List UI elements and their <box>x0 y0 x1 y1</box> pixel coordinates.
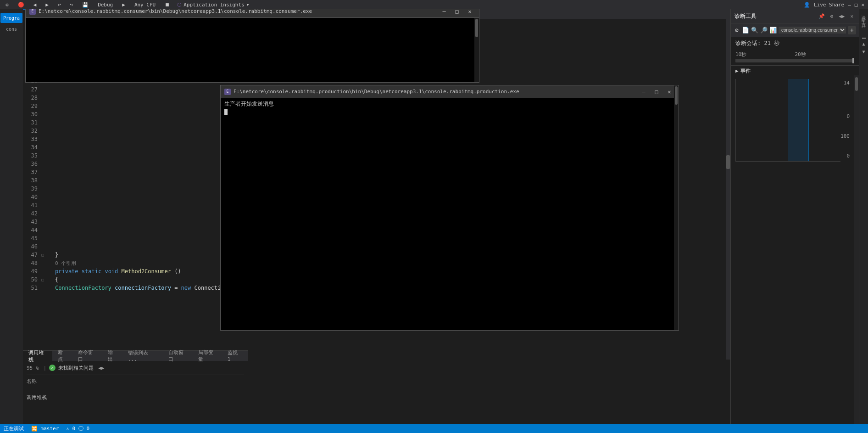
console1-scrollbar-thumb <box>475 19 478 37</box>
forward-btn[interactable]: ▶ <box>44 1 50 8</box>
diag-chart <box>735 79 840 162</box>
console-icon-2: E <box>224 89 231 95</box>
tab-watch-label: 监视 1 <box>228 349 242 362</box>
diag-num-100: 100 <box>840 133 850 139</box>
stack-header-label: 名称 <box>27 378 37 384</box>
console-window-1[interactable]: E E:\netcore\console.rabbitmq.consumer\b… <box>25 5 479 83</box>
diag-content: 14 0 100 0 <box>731 75 859 433</box>
diag-session-row: 诊断会话: 21 秒 <box>731 37 859 50</box>
diag-chart-icon[interactable]: 📊 <box>769 26 777 35</box>
right-edge-panel: 诊 断 工 具 ▲ ▼ <box>859 9 868 433</box>
console-body-1 <box>26 18 479 82</box>
undo-btn[interactable]: ↩ <box>56 1 63 8</box>
console-line-2 <box>224 109 675 115</box>
diag-num-0a: 0 <box>840 113 850 119</box>
minimize-btn-2[interactable]: — <box>638 88 649 96</box>
diag-close-btn[interactable]: ✕ <box>848 12 855 20</box>
diag-num-14: 14 <box>840 80 850 86</box>
diag-zoom-in-icon[interactable]: 🔍 <box>751 26 758 35</box>
console-window-2[interactable]: E E:\netcore\console.rabbitmq.production… <box>220 85 679 331</box>
timeline-thumb[interactable] <box>852 58 854 63</box>
left-sidebar: Progra cons <box>0 9 23 433</box>
save-btn[interactable]: 💾 <box>80 1 90 8</box>
diag-process-select[interactable]: console.rabbitmq.consumer <box>779 27 846 34</box>
app-insights-dropdown[interactable]: ▾ <box>246 2 250 8</box>
tab-call-stack[interactable]: 调用堆栈 <box>23 351 52 361</box>
tab-watch[interactable]: 监视 1 <box>222 351 248 361</box>
zoom-label: 95 % <box>27 365 39 371</box>
status-ok-icon: ✓ <box>49 365 56 371</box>
live-share-label[interactable]: Live Share <box>814 2 844 8</box>
tab-output[interactable]: 输出 <box>102 351 122 361</box>
toolbar-right: 👤 Live Share — □ ✕ <box>804 2 864 8</box>
diag-collapse-btn[interactable]: ◀▶ <box>837 12 846 20</box>
chart-cursor <box>808 79 809 161</box>
right-panel: 诊断工具 📌 ⚙ ◀▶ ✕ ⚙ 📄 🔍 🔎 📊 console.rabbitmq… <box>730 9 859 433</box>
edge-separator <box>862 38 866 39</box>
diag-header-controls: 📌 ⚙ ◀▶ ✕ <box>817 12 856 20</box>
chart-selection <box>788 79 809 161</box>
vs-icon[interactable]: ⚙ <box>4 1 11 8</box>
nav-icon[interactable]: ◀▶ <box>98 365 104 371</box>
diag-settings-icon[interactable]: ⚙ <box>734 26 740 35</box>
close-btn-2[interactable]: ✕ <box>664 88 675 96</box>
config-label[interactable]: Any CPU <box>133 1 157 8</box>
diag-add-btn[interactable]: + <box>848 26 856 34</box>
run-btn[interactable]: ▶ <box>120 1 127 8</box>
console-icon-label-2: E <box>227 90 229 94</box>
console-body-2: 生产者开始发送消息 <box>221 98 679 330</box>
status-errors: ⚠ 0 ⓘ 0 <box>62 425 93 432</box>
console-titlebar-2: E E:\netcore\console.rabbitmq.production… <box>221 85 679 98</box>
edge-label-4[interactable]: 具 <box>860 19 867 21</box>
status-branch: 🔀 master <box>28 426 62 432</box>
edge-label-3[interactable]: 工 <box>860 17 867 18</box>
stack-header-row: 名称 <box>27 375 244 385</box>
diag-title: 诊断工具 <box>734 12 757 20</box>
console1-scrollbar[interactable] <box>474 18 479 82</box>
sidebar-cons[interactable]: cons <box>5 26 18 33</box>
diag-chart-area: 14 0 100 0 <box>731 75 859 165</box>
redo-btn[interactable]: ↪ <box>68 1 75 8</box>
tab-breakpoints[interactable]: 断点 <box>52 351 72 361</box>
diag-pin-btn[interactable]: 📌 <box>817 12 827 20</box>
edge-label-1[interactable]: 诊 <box>860 11 867 13</box>
edge-collapse-up[interactable]: ▲ <box>861 40 867 47</box>
restore-btn-2[interactable]: □ <box>651 88 662 96</box>
tab-errors-label: 错误列表 ... <box>128 349 158 362</box>
app-insights-menu[interactable]: ⬡ Application Insights ▾ <box>177 2 249 8</box>
events-section-label: ▶ 事件 <box>731 65 859 75</box>
edge-label-2[interactable]: 断 <box>860 14 867 16</box>
stop-btn[interactable]: ⏹ <box>163 1 172 8</box>
edge-collapse-down[interactable]: ▼ <box>861 48 867 55</box>
timeline-bar[interactable] <box>735 59 854 62</box>
app-insights-label: Application Insights <box>184 2 244 8</box>
tab-auto[interactable]: 自动窗口 <box>163 351 192 361</box>
diag-zoom-out-icon[interactable]: 🔎 <box>760 26 768 35</box>
tab-errors[interactable]: 错误列表 ... <box>122 351 163 361</box>
diag-session-label: 诊断会话: 21 秒 <box>735 39 779 47</box>
console-icon-label-1: E <box>32 9 34 13</box>
debug-label[interactable]: Debug <box>96 1 115 8</box>
console-text-1: 生产者开始发送消息 <box>224 101 274 107</box>
tab-locals[interactable]: 局部变量 <box>193 351 222 361</box>
timeline-mark-10: 10秒 <box>735 51 746 58</box>
diag-settings-btn[interactable]: ⚙ <box>829 12 835 20</box>
close-btn[interactable]: ✕ <box>861 2 864 8</box>
timeline-labels: 10秒 20秒 <box>735 51 854 58</box>
tab-command[interactable]: 命令窗口 <box>72 351 102 361</box>
sidebar-program[interactable]: Progra <box>0 13 22 23</box>
diag-report-icon[interactable]: 📄 <box>742 26 749 35</box>
timeline-mark-20: 20秒 <box>795 51 806 58</box>
status-mode: 正在调试 <box>0 425 28 432</box>
minimize-btn[interactable]: — <box>848 2 851 8</box>
window-controls-2: — □ ✕ <box>638 88 675 96</box>
right-panel-header: 诊断工具 📌 ⚙ ◀▶ ✕ <box>731 9 859 23</box>
maximize-btn[interactable]: □ <box>855 2 858 8</box>
cursor <box>224 109 228 115</box>
back-btn[interactable]: ◀ <box>32 1 39 8</box>
diag-scrollbar[interactable] <box>854 75 859 433</box>
file-menu[interactable]: 🔴 <box>16 1 26 8</box>
code-editor-scrollbar[interactable] <box>726 19 730 360</box>
console2-scrollbar[interactable] <box>674 85 679 330</box>
call-stack-text: 调用堆栈 <box>27 394 47 400</box>
